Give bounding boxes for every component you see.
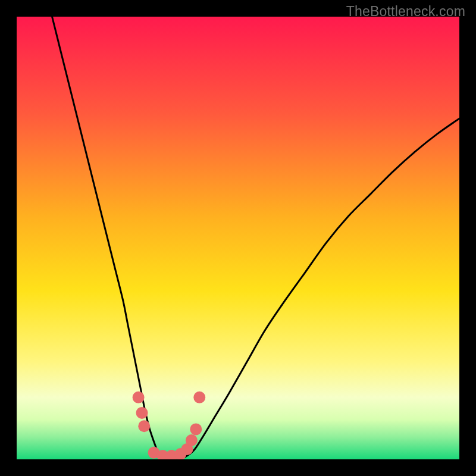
- right-curve: [185, 118, 459, 457]
- data-dot: [133, 392, 145, 403]
- data-dot: [190, 423, 202, 435]
- chart-frame: TheBottleneck.com: [0, 0, 476, 476]
- plot-area: [17, 17, 459, 459]
- data-dot: [186, 434, 198, 446]
- data-dot: [193, 392, 205, 403]
- data-dot: [136, 407, 148, 419]
- watermark-text: TheBottleneck.com: [346, 4, 465, 20]
- curves-layer: [17, 17, 459, 459]
- data-dot: [138, 420, 150, 432]
- left-curve: [52, 17, 163, 457]
